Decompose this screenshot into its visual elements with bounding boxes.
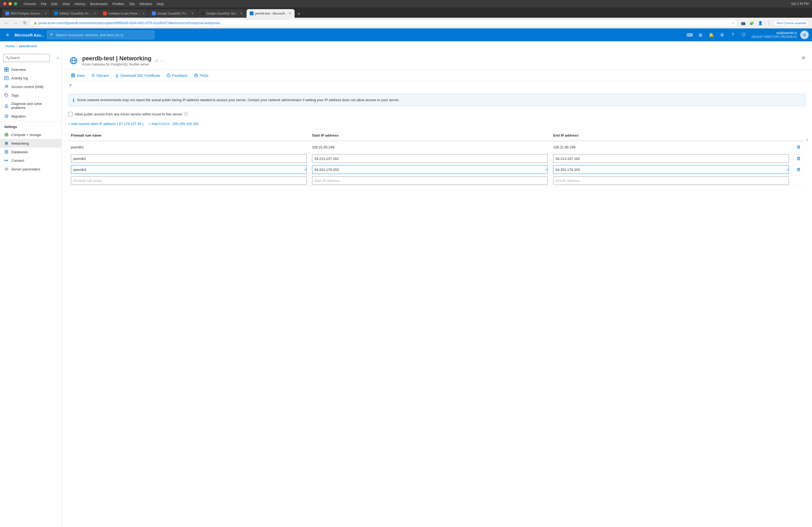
screen-cast-icon[interactable]: 📺 xyxy=(739,19,747,27)
table-row: ✓ ✓ ✓ xyxy=(68,164,806,175)
tab-close-rds[interactable]: ✕ xyxy=(45,12,47,15)
address-bar[interactable]: 🔒 portal.azure.com/#@peerdb.io/resource/… xyxy=(30,19,738,27)
feedback-icon[interactable]: 🗨 xyxy=(739,30,748,40)
end-ip-cell-peerdb1: 100.21.65.249 xyxy=(550,141,792,153)
more-options-icon[interactable]: ⋮ xyxy=(765,19,772,27)
sidebar-label-compute-storage: Compute + storage xyxy=(11,133,41,137)
sidebar-item-tags[interactable]: Tags xyxy=(0,91,61,100)
breadcrumb-current[interactable]: peerdb-test xyxy=(19,44,37,48)
mac-close-btn[interactable] xyxy=(3,2,6,5)
notifications-icon[interactable]: 🔔 xyxy=(707,30,716,40)
tab-editing[interactable]: Editing "CloudSQL Post... ✕ xyxy=(51,9,99,18)
discard-button[interactable]: Discard xyxy=(88,72,111,79)
sidebar-item-compute-storage[interactable]: Compute + storage xyxy=(0,131,61,139)
delete-btn-peerdb1[interactable] xyxy=(794,143,803,151)
sidebar-item-server-params[interactable]: Server parameters xyxy=(0,165,61,174)
cloud-shell-icon[interactable]: ⌨ xyxy=(685,30,695,40)
end-ip-input-peerdb3[interactable] xyxy=(553,165,789,174)
favorite-star-btn[interactable]: ☆ xyxy=(155,58,158,63)
menu-help[interactable]: Help xyxy=(157,2,164,6)
sidebar-item-diagnose[interactable]: Diagnose and solve problems xyxy=(0,100,61,112)
svg-rect-0 xyxy=(4,67,6,69)
tab-close-cloudsql2[interactable]: ✕ xyxy=(240,12,243,15)
back-button[interactable]: ← xyxy=(3,19,10,27)
tab-close-invite[interactable]: ✕ xyxy=(142,12,145,15)
new-chrome-badge[interactable]: New Chrome available xyxy=(773,20,809,26)
tab-rds[interactable]: RDS Postgres Source Se... ✕ xyxy=(2,9,50,18)
rule-name-input-peerdb3[interactable] xyxy=(71,165,307,174)
tab-invite[interactable]: Invitation to join Pionee... ✕ xyxy=(100,9,148,18)
menu-window[interactable]: Window xyxy=(139,2,152,6)
menu-history[interactable]: History xyxy=(75,2,85,6)
menu-bookmarks[interactable]: Bookmarks xyxy=(90,2,108,6)
menu-chrome[interactable]: Chrome xyxy=(24,2,36,6)
start-ip-input-peerdb3[interactable] xyxy=(312,165,548,174)
more-actions-btn[interactable]: ··· xyxy=(161,58,164,63)
new-end-ip-input[interactable] xyxy=(553,176,789,185)
start-ip-input-peerdb2[interactable] xyxy=(312,154,548,163)
public-access-checkbox[interactable] xyxy=(68,112,73,116)
sidebar-item-activity-log[interactable]: Activity log xyxy=(0,74,61,82)
th-start-ip: Start IP address xyxy=(309,131,550,141)
tab-cloudsql1[interactable]: Google CloudSQL Postg... ✕ xyxy=(149,9,197,18)
sidebar-item-migration[interactable]: Migration xyxy=(0,112,61,120)
end-ip-input-peerdb2[interactable] xyxy=(553,154,789,163)
extensions-icon[interactable]: 🧩 xyxy=(748,19,755,27)
save-button[interactable]: Save xyxy=(68,72,87,79)
hamburger-menu[interactable]: ≡ xyxy=(3,31,12,39)
tab-close-cloudsql1[interactable]: ✕ xyxy=(191,12,194,15)
add-client-ip-link[interactable]: + Add current client IP address ( 67.174… xyxy=(68,122,143,126)
portal-menu-icon[interactable]: ⊞ xyxy=(696,30,706,40)
menu-edit[interactable]: Edit xyxy=(51,2,57,6)
networking-icon xyxy=(4,141,9,146)
sidebar-item-overview[interactable]: Overview xyxy=(0,65,61,74)
main-panel: peerdb-test | Networking Azure Database … xyxy=(62,51,812,527)
tab-cloudsql2[interactable]: Google CloudSQL Setup... ✕ xyxy=(198,9,246,18)
diagnose-icon xyxy=(4,104,9,108)
profile-icon[interactable]: 👤 xyxy=(756,19,764,27)
firewall-rules-table: Firewall rule name Start IP address End … xyxy=(68,131,806,186)
sidebar-collapse-btn[interactable]: « xyxy=(54,54,61,62)
external-link-icon[interactable]: ↗ xyxy=(68,83,72,88)
new-tab-button[interactable]: + xyxy=(295,10,303,18)
add-all-ips-link[interactable]: + Add 0.0.0.0 - 255.255.255.255 xyxy=(149,122,199,126)
sidebar-item-connect[interactable]: Connect xyxy=(0,156,61,165)
rule-name-input-peerdb2[interactable] xyxy=(71,154,307,163)
user-info[interactable]: sai@peerdb.io DEFAULT DIRECTORY (PEERDB.… xyxy=(750,31,799,39)
browser-navigation: ← → ↻ 🔒 portal.azure.com/#@peerdb.io/res… xyxy=(0,18,812,28)
menu-file[interactable]: File xyxy=(41,2,46,6)
delete-btn-peerdb3[interactable] xyxy=(794,165,803,174)
mac-min-btn[interactable] xyxy=(9,2,12,5)
settings-icon[interactable]: ⚙ xyxy=(717,30,727,40)
sidebar-label-diagnose: Diagnose and solve problems xyxy=(11,102,57,110)
faqs-button[interactable]: FAQs xyxy=(191,72,211,79)
sidebar-item-networking[interactable]: Networking xyxy=(0,139,61,148)
breadcrumb-home[interactable]: Home xyxy=(5,44,15,48)
new-start-ip-input[interactable] xyxy=(312,176,548,185)
forward-button[interactable]: → xyxy=(12,19,19,27)
help-icon[interactable]: ? xyxy=(728,30,738,40)
download-ssl-button[interactable]: Download SSL Certificate xyxy=(112,72,163,79)
feedback-button[interactable]: Feedback xyxy=(164,72,190,79)
delete-btn-peerdb2[interactable] xyxy=(794,154,803,163)
azure-global-search[interactable]: 🔍 Search resources, services, and docs (… xyxy=(47,31,155,39)
sidebar-item-iam[interactable]: Access control (IAM) xyxy=(0,82,61,91)
delete-arrow-indicator: ↓ xyxy=(806,137,808,142)
bookmark-star-icon[interactable]: ☆ xyxy=(731,21,734,25)
tab-close-editing[interactable]: ✕ xyxy=(93,12,96,15)
user-name: sai@peerdb.io xyxy=(752,31,797,35)
menu-profiles[interactable]: Profiles xyxy=(113,2,124,6)
sidebar-item-databases[interactable]: Databases xyxy=(0,148,61,156)
tab-peerdb[interactable]: peerdb-test - Microsoft... ✕ xyxy=(246,9,294,18)
public-access-info-icon[interactable]: ⓘ xyxy=(184,111,188,117)
mac-max-btn[interactable] xyxy=(14,2,17,5)
new-rule-name-input[interactable] xyxy=(71,176,307,185)
page-header: peerdb-test | Networking Azure Database … xyxy=(62,51,812,70)
refresh-button[interactable]: ↻ xyxy=(21,19,28,27)
user-avatar[interactable]: S xyxy=(800,31,809,39)
panel-close-btn[interactable]: ✕ xyxy=(801,55,806,61)
menu-tab[interactable]: Tab xyxy=(129,2,134,6)
sidebar-search-input[interactable]: 🔍 Search xyxy=(3,54,50,62)
tab-close-peerdb[interactable]: ✕ xyxy=(289,12,291,15)
menu-view[interactable]: View xyxy=(62,2,70,6)
